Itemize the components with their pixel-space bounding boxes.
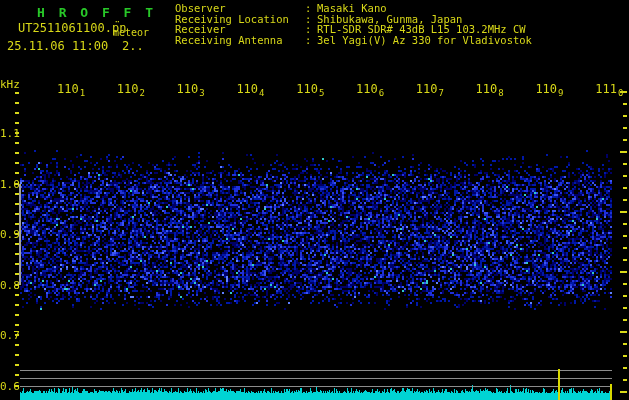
echo-count: 2.. <box>122 39 144 53</box>
output-filename: UT2511061100.pn <box>18 21 126 35</box>
spectrogram-canvas <box>0 0 629 400</box>
noise-band-marker-bar <box>19 184 21 285</box>
frequency-unit-label: kHz <box>0 78 20 91</box>
right-edge-tick <box>623 127 627 129</box>
freq-tick-label: 0.9 <box>0 228 15 241</box>
right-edge-tick <box>623 103 627 105</box>
freq-tick <box>15 385 19 387</box>
right-edge-tick <box>623 367 627 369</box>
event-marker-line <box>610 384 612 400</box>
right-edge-tick <box>620 211 627 213</box>
right-edge-tick <box>623 355 627 357</box>
freq-tick <box>15 132 19 134</box>
right-edge-tick <box>623 139 627 141</box>
freq-tick <box>15 374 19 376</box>
right-edge-tick <box>620 151 627 153</box>
freq-tick <box>15 152 19 154</box>
right-edge-tick <box>623 163 627 165</box>
hrofft-spectrogram-screen: H R O F F T UT2511061100.pn ¨ meteor 25.… <box>0 0 629 400</box>
freq-tick-label: 0.6 <box>0 380 15 393</box>
info-label: Observer <box>175 3 305 14</box>
freq-tick <box>15 314 19 316</box>
right-edge-tick <box>620 271 627 273</box>
right-edge-tick <box>623 307 627 309</box>
info-label: Receiving Antenna <box>175 35 305 46</box>
right-edge-tick <box>623 259 627 261</box>
right-edge-tick <box>623 199 627 201</box>
right-edge-tick <box>623 295 627 297</box>
right-edge-tick <box>623 187 627 189</box>
right-edge-tick <box>623 319 627 321</box>
level-gridline <box>20 386 612 387</box>
freq-tick <box>15 142 19 144</box>
info-value: Masaki Kano <box>317 3 387 14</box>
observation-datetime: 25.11.06 11:00 <box>7 39 108 53</box>
time-tick-label: 1103 <box>177 82 204 96</box>
info-value: 3el Yagi(V) Az 330 for Vladivostok <box>317 35 532 46</box>
freq-tick-label: 0.8 <box>0 279 15 292</box>
freq-tick <box>15 92 19 94</box>
freq-tick <box>15 112 19 114</box>
right-edge-tick <box>623 379 627 381</box>
event-marker-line <box>558 369 560 400</box>
time-tick-label: 1102 <box>117 82 144 96</box>
info-row-antenna: Receiving Antenna:3el Yagi(V) Az 330 for… <box>175 35 532 46</box>
freq-tick <box>15 162 19 164</box>
right-edge-tick <box>623 175 627 177</box>
app-title: H R O F F T <box>37 5 156 20</box>
right-edge-tick <box>623 223 627 225</box>
freq-tick <box>15 364 19 366</box>
level-gridline <box>20 370 612 371</box>
right-edge-tick <box>620 331 627 333</box>
freq-tick <box>15 324 19 326</box>
observation-mode-label: meteor <box>113 27 149 38</box>
right-edge-tick <box>623 343 627 345</box>
freq-tick <box>15 354 19 356</box>
info-row-observer: Observer:Masaki Kano <box>175 3 532 14</box>
freq-tick-label: 0.7 <box>0 329 15 342</box>
freq-tick <box>15 344 19 346</box>
freq-tick-label: 1.1 <box>0 127 15 140</box>
right-edge-tick <box>623 235 627 237</box>
freq-tick <box>15 294 19 296</box>
freq-tick <box>15 304 19 306</box>
time-tick-label: 1106 <box>356 82 383 96</box>
freq-tick <box>15 122 19 124</box>
time-tick-label: 1104 <box>236 82 263 96</box>
time-tick-label: 1108 <box>476 82 503 96</box>
time-tick-label: 1105 <box>296 82 323 96</box>
level-gridline <box>20 378 612 379</box>
freq-tick <box>15 172 19 174</box>
time-tick-label: 1101 <box>57 82 84 96</box>
time-tick-label: 1110 <box>595 82 622 96</box>
right-edge-tick <box>623 247 627 249</box>
time-tick-label: 1109 <box>535 82 562 96</box>
freq-tick <box>15 102 19 104</box>
right-edge-tick <box>623 283 627 285</box>
right-edge-tick <box>623 115 627 117</box>
right-edge-tick <box>620 391 627 393</box>
freq-tick <box>15 334 19 336</box>
freq-tick-label: 1.0 <box>0 178 15 191</box>
right-edge-tick <box>620 91 627 93</box>
time-tick-label: 1107 <box>416 82 443 96</box>
station-info-block: Observer:Masaki Kano Receiving Location:… <box>175 3 532 45</box>
